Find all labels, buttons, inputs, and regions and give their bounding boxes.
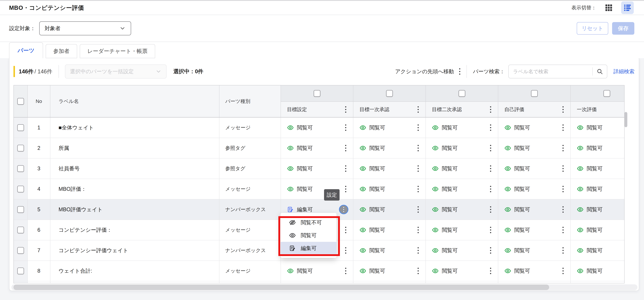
cell-settings-icon[interactable] bbox=[345, 124, 346, 131]
tab-2[interactable]: レーダーチャート・帳票 bbox=[80, 44, 155, 58]
row-label: ■全体ウェイト bbox=[50, 118, 220, 138]
cell-settings-icon[interactable] bbox=[490, 247, 491, 254]
row-checkbox[interactable] bbox=[17, 165, 24, 172]
bulk-action-select[interactable]: 選択中のパーツを一括設定 bbox=[65, 64, 166, 78]
cell-settings-icon[interactable] bbox=[418, 124, 419, 131]
row-type: メッセージ bbox=[220, 179, 281, 199]
column-menu-icon[interactable] bbox=[490, 106, 491, 113]
row-checkbox[interactable] bbox=[17, 206, 24, 213]
row-type: メッセージ bbox=[220, 220, 281, 240]
column-select-checkbox[interactable] bbox=[314, 90, 320, 97]
stage-column-label: 目標二次承認 bbox=[426, 102, 498, 117]
cell-settings-icon[interactable] bbox=[345, 268, 346, 274]
grid-view-button[interactable] bbox=[602, 1, 615, 14]
column-select-checkbox[interactable] bbox=[386, 90, 393, 97]
cell-settings-icon[interactable] bbox=[490, 268, 491, 274]
cell-settings-icon[interactable] bbox=[562, 165, 564, 172]
grid-view-icon bbox=[604, 3, 613, 12]
cell-settings-icon[interactable] bbox=[345, 247, 346, 254]
cell-settings-icon[interactable] bbox=[345, 145, 346, 151]
reset-button[interactable]: リセット bbox=[577, 22, 608, 35]
cell-settings-icon[interactable] bbox=[418, 247, 419, 254]
search-input[interactable] bbox=[508, 69, 592, 74]
column-menu-icon[interactable] bbox=[562, 106, 564, 113]
row-checkbox[interactable] bbox=[17, 145, 24, 151]
list-view-button[interactable] bbox=[621, 1, 634, 14]
cell-settings-icon[interactable] bbox=[562, 227, 564, 233]
menu-item-0[interactable]: 閲覧不可 bbox=[280, 216, 336, 229]
cell-settings-icon[interactable] bbox=[418, 165, 419, 172]
vertical-scrollbar-thumb[interactable] bbox=[624, 112, 627, 127]
cell-settings-icon[interactable] bbox=[562, 268, 564, 274]
page: MBO・コンピテンシー評価 表示切替： 設定対象： 対象者 リセット bbox=[0, 0, 644, 300]
cell-settings-icon[interactable] bbox=[418, 186, 419, 192]
eye-icon bbox=[577, 165, 584, 172]
cell-settings-icon[interactable] bbox=[418, 268, 419, 274]
stage-column-checkbox-cell bbox=[353, 85, 426, 102]
row-no: 7 bbox=[28, 240, 50, 261]
status-cell: 閲覧可 bbox=[426, 199, 498, 220]
menu-item-1[interactable]: 閲覧可 bbox=[280, 229, 336, 242]
search-icon[interactable] bbox=[596, 68, 603, 75]
cell-settings-icon[interactable] bbox=[345, 227, 346, 233]
cell-settings-icon[interactable] bbox=[562, 206, 564, 213]
eye-icon bbox=[432, 124, 439, 131]
column-select-checkbox[interactable] bbox=[531, 90, 538, 97]
total-count: / 146件 bbox=[34, 68, 52, 75]
menu-item-2[interactable]: 編集可 bbox=[280, 242, 336, 255]
tab-1[interactable]: 参加者 bbox=[46, 44, 77, 58]
eye-icon bbox=[360, 247, 366, 254]
cell-settings-icon[interactable] bbox=[562, 145, 564, 151]
cell-settings-icon[interactable] bbox=[562, 186, 564, 192]
tabs: パーツ参加者レーダーチャート・帳票 bbox=[0, 42, 644, 58]
cell-settings-icon[interactable] bbox=[562, 124, 564, 131]
row-checkbox[interactable] bbox=[17, 186, 24, 192]
target-select[interactable]: 対象者 bbox=[39, 21, 131, 35]
cell-settings-icon[interactable] bbox=[490, 227, 491, 233]
cell-settings-button-active[interactable] bbox=[339, 205, 348, 214]
row-checkbox[interactable] bbox=[17, 268, 24, 274]
cell-settings-icon[interactable] bbox=[345, 165, 346, 172]
eye-icon bbox=[432, 268, 439, 274]
cell-settings-icon[interactable] bbox=[490, 165, 491, 172]
cell-settings-icon[interactable] bbox=[418, 227, 419, 233]
row-checkbox[interactable] bbox=[17, 247, 24, 254]
row-type: メッセージ bbox=[220, 118, 281, 138]
divider bbox=[58, 65, 59, 78]
horizontal-scrollbar[interactable] bbox=[12, 284, 638, 290]
stage-headers: 目標設定 目標一次承認 目標二次承認 bbox=[281, 85, 624, 117]
cell-settings-icon[interactable] bbox=[490, 124, 491, 131]
row-checkbox[interactable] bbox=[17, 227, 24, 233]
eye-icon bbox=[287, 124, 294, 131]
cell-settings-icon[interactable] bbox=[345, 186, 346, 192]
save-button[interactable]: 保存 bbox=[612, 22, 634, 35]
cell-settings-icon[interactable] bbox=[418, 206, 419, 213]
cell-settings-icon[interactable] bbox=[490, 186, 491, 192]
advanced-search-link[interactable]: 詳細検索 bbox=[614, 68, 634, 75]
tab-0[interactable]: パーツ bbox=[9, 42, 43, 58]
select-all-checkbox[interactable] bbox=[17, 98, 24, 105]
column-select-checkbox[interactable] bbox=[604, 90, 610, 97]
move-action-link[interactable]: アクションの先頭へ移動 bbox=[395, 68, 454, 75]
cell-settings-icon[interactable] bbox=[562, 247, 564, 254]
status-cell: 閲覧可 bbox=[498, 118, 571, 138]
column-select-checkbox[interactable] bbox=[458, 90, 465, 97]
horizontal-scrollbar-thumb[interactable] bbox=[14, 285, 549, 290]
cell-settings-icon[interactable] bbox=[418, 145, 419, 151]
header-no: No bbox=[28, 85, 50, 117]
column-menu-icon[interactable] bbox=[345, 106, 346, 113]
row-label: ウェイト合計: bbox=[50, 261, 220, 281]
cell-settings-icon[interactable] bbox=[490, 206, 491, 213]
cell-settings-icon[interactable] bbox=[490, 145, 491, 151]
row-checkbox-cell bbox=[14, 261, 28, 281]
column-menu-icon[interactable] bbox=[418, 106, 419, 113]
status-cell: 閲覧可 bbox=[498, 199, 571, 220]
row-checkbox-cell bbox=[14, 158, 28, 179]
eye-icon bbox=[289, 232, 296, 239]
move-action-menu-icon[interactable] bbox=[459, 68, 460, 75]
row-checkbox[interactable] bbox=[17, 124, 24, 131]
settings-toolbar: 設定対象： 対象者 リセット 保存 bbox=[0, 15, 644, 42]
eye-icon bbox=[360, 124, 366, 131]
eye-icon bbox=[577, 186, 584, 192]
status-cell: 閲覧可 bbox=[426, 240, 498, 261]
